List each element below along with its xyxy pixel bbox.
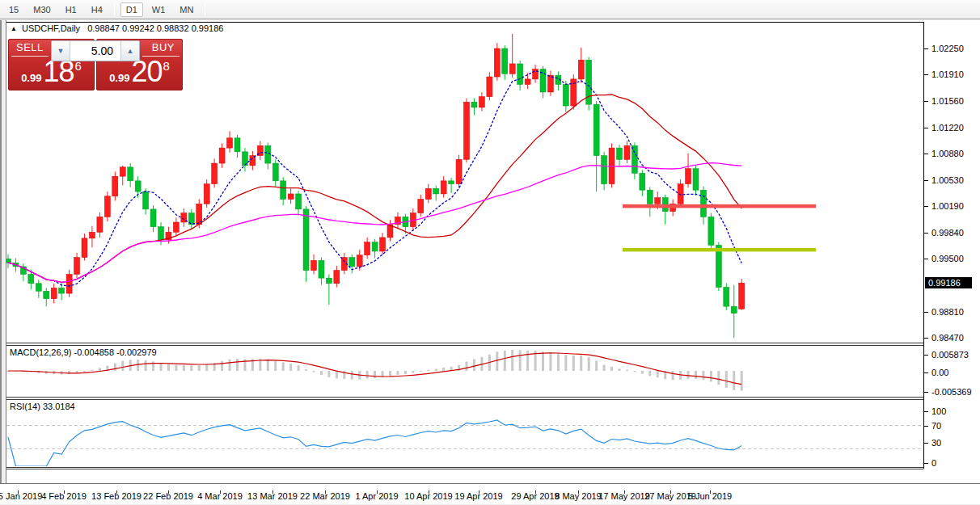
separator-rsi-dates-1 — [6, 467, 923, 468]
current-price-badge: 0.99186 — [925, 277, 972, 288]
date-label: 1 Apr 2019 — [355, 491, 398, 501]
chart-window: ▲ USDCHF,Daily 0.98847 0.99242 0.98832 0… — [0, 20, 980, 505]
macd-pane[interactable] — [6, 346, 923, 396]
price-tick-label: 0.98810 — [931, 307, 964, 317]
volume-decrease-icon[interactable]: ▼ — [52, 41, 70, 61]
timeframe-button-mn[interactable]: MN — [174, 2, 199, 17]
date-label: 4 Feb 2019 — [41, 491, 87, 501]
toolbar-separator — [205, 3, 205, 16]
price-tick — [924, 338, 928, 339]
date-label: 13 Mar 2019 — [247, 491, 298, 501]
date-label: 29 Apr 2019 — [511, 491, 559, 501]
price-tick — [924, 180, 928, 181]
rsi-tick-label: 0 — [931, 458, 936, 468]
price-tick-label: 1.00880 — [931, 149, 964, 158]
price-tick — [924, 128, 928, 128]
price-tick — [924, 233, 928, 234]
rsi-tick-label: 70 — [931, 421, 941, 431]
timeframe-button-m30[interactable]: M30 — [27, 2, 56, 17]
price-tick — [924, 312, 928, 313]
rsi-tick-label: 30 — [931, 438, 941, 448]
price-tick — [924, 154, 928, 154]
rsi-pane[interactable] — [6, 400, 923, 466]
price-tick — [924, 101, 928, 102]
volume-input[interactable] — [70, 41, 120, 61]
date-label: 22 Feb 2019 — [143, 491, 193, 501]
price-axis[interactable]: 1.022501.019101.015601.012201.008801.005… — [924, 22, 980, 469]
timeframe-toolbar: 15M30H1H4D1W1MN — [0, 0, 980, 19]
rsi-tick — [924, 426, 928, 427]
toolbar-separator — [114, 3, 115, 16]
macd-tick — [924, 392, 928, 393]
price-tick-label: 1.01220 — [931, 123, 964, 133]
price-tick-label: 1.01910 — [931, 69, 964, 79]
price-tick — [924, 48, 928, 49]
price-tick — [924, 259, 928, 259]
date-label: 4 Mar 2019 — [197, 491, 243, 501]
price-tick-label: 1.02250 — [931, 44, 964, 53]
price-tick-label: 0.99840 — [931, 228, 964, 238]
date-label: 25 Jan 2019 — [0, 491, 42, 501]
date-label: 10 Apr 2019 — [404, 491, 452, 501]
volume-spinner: ▼ ▲ — [51, 40, 140, 61]
price-tick-label: 1.00530 — [931, 175, 964, 185]
date-label: 19 Apr 2019 — [454, 491, 502, 501]
timeframe-button-w1[interactable]: W1 — [146, 2, 171, 17]
rsi-tick-label: 100 — [931, 406, 946, 416]
macd-tick-label: 0.005873 — [931, 350, 969, 360]
price-tick-label: 0.98470 — [931, 333, 964, 343]
rsi-tick — [924, 463, 928, 464]
window-left-edge — [0, 20, 6, 483]
macd-tick-label: 0.00 — [931, 368, 948, 377]
date-label: 5 Jun 2019 — [688, 491, 732, 501]
macd-tick-label: -0.005369 — [931, 387, 972, 397]
macd-tick — [924, 372, 928, 373]
date-label: 22 Mar 2019 — [300, 491, 350, 501]
price-tick-label: 1.01560 — [931, 96, 964, 106]
rsi-tick — [924, 411, 928, 412]
macd-tick — [924, 355, 928, 356]
mt4-window: 15M30H1H4D1W1MN ▲ USDCHF,Daily 0.98847 0… — [0, 0, 980, 505]
price-tick-label: 0.99500 — [931, 254, 964, 263]
tabbar-top-border — [0, 483, 980, 484]
separator-rsi-dates-2 — [6, 469, 923, 469]
main-chart-pane[interactable] — [6, 23, 923, 343]
separator-macd-rsi-1[interactable] — [6, 397, 923, 398]
rsi-tick — [924, 443, 928, 444]
price-tick — [924, 206, 928, 207]
date-axis[interactable]: 25 Jan 20194 Feb 201913 Feb 201922 Feb 2… — [0, 490, 980, 503]
timeframe-button-h1[interactable]: H1 — [60, 2, 82, 17]
timeframe-button-h4[interactable]: H4 — [86, 2, 108, 17]
price-tick-label: 1.00190 — [931, 201, 964, 211]
date-label: 8 May 2019 — [555, 491, 601, 501]
timeframe-button-d1[interactable]: D1 — [120, 2, 143, 17]
date-label: 13 Feb 2019 — [91, 491, 142, 501]
price-tick — [924, 74, 928, 75]
separator-main-macd-1[interactable] — [6, 343, 923, 343]
volume-increase-icon[interactable]: ▲ — [120, 41, 139, 61]
date-label: 17 May 2019 — [598, 491, 650, 501]
timeframe-button-15[interactable]: 15 — [3, 2, 24, 17]
